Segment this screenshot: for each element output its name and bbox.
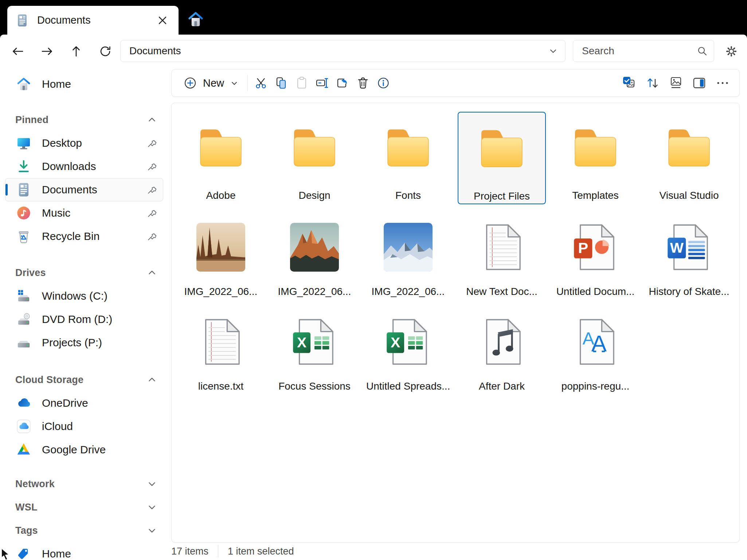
forward-button[interactable]: [36, 41, 58, 62]
file-img-2022-06-[interactable]: IMG_2022_06...: [364, 217, 452, 304]
file-license-txt[interactable]: license.txt: [177, 311, 265, 399]
refresh-button[interactable]: [95, 41, 116, 62]
sort-button[interactable]: [641, 73, 664, 93]
sidebar-item-desktop[interactable]: Desktop: [5, 131, 163, 155]
section-header-wsl[interactable]: WSL: [5, 496, 163, 519]
file-label: IMG_2022_06...: [278, 286, 351, 297]
google-drive-icon: [16, 442, 32, 458]
more-button[interactable]: [711, 73, 734, 93]
file-untitled-spreads-[interactable]: XUntitled Spreads...: [364, 311, 452, 399]
file-img-2022-06-[interactable]: IMG_2022_06...: [177, 217, 265, 304]
plus-icon: [183, 76, 197, 90]
sidebar-item-windows-c-[interactable]: Windows (C:): [5, 284, 163, 308]
drive-dvd-icon: [16, 311, 32, 327]
sidebar-item-google-drive[interactable]: Google Drive: [5, 438, 163, 461]
chevron-down-icon[interactable]: [147, 502, 157, 512]
sidebar-item-onedrive[interactable]: OneDrive: [5, 391, 163, 415]
file-visual-studio[interactable]: Visual Studio: [645, 112, 733, 204]
section-label: Network: [15, 478, 147, 490]
pin-icon[interactable]: [146, 184, 157, 195]
chevron-down-icon[interactable]: [147, 526, 157, 535]
documents-icon: [16, 182, 32, 198]
chevron-down-icon[interactable]: [549, 47, 557, 55]
file-adobe[interactable]: Adobe: [177, 112, 265, 204]
file-project-files[interactable]: Project Files: [458, 112, 546, 204]
tag-icon: [16, 546, 32, 560]
drive-windows-icon: [16, 288, 32, 304]
file-after-dark[interactable]: After Dark: [458, 311, 546, 399]
address-bar[interactable]: Documents: [120, 40, 566, 62]
image-thumbnail: [364, 218, 452, 276]
section-label: WSL: [15, 502, 147, 513]
file-templates[interactable]: Templates: [551, 112, 640, 204]
sidebar-item-dvd-rom-d-[interactable]: DVD Rom (D:): [5, 308, 163, 331]
section-header-cloud-storage[interactable]: Cloud Storage: [5, 368, 163, 391]
section-header-drives[interactable]: Drives: [5, 261, 163, 284]
chevron-up-icon[interactable]: [147, 375, 157, 384]
share-button[interactable]: [332, 73, 353, 93]
onedrive-icon: [16, 395, 32, 411]
image-thumbnail: [270, 218, 359, 276]
section-header-tags[interactable]: Tags: [5, 519, 163, 542]
view-button[interactable]: [664, 73, 688, 93]
paste-button: [292, 73, 312, 93]
search-icon: [696, 45, 708, 57]
sidebar-item-downloads[interactable]: Downloads: [5, 155, 163, 178]
sidebar-item-label: Google Drive: [42, 443, 163, 456]
file-new-text-doc-[interactable]: New Text Doc...: [458, 217, 546, 304]
file-fonts[interactable]: Fonts: [364, 112, 452, 204]
svg-text:P: P: [578, 240, 588, 256]
file-design[interactable]: Design: [270, 112, 359, 204]
file-focus-sessions[interactable]: XFocus Sessions: [270, 311, 359, 399]
section-header-network[interactable]: Network: [5, 472, 163, 496]
pin-icon[interactable]: [146, 138, 157, 149]
back-button[interactable]: [7, 41, 28, 62]
home-tab-button[interactable]: [185, 9, 206, 30]
pin-icon[interactable]: [146, 231, 157, 242]
pin-icon[interactable]: [146, 208, 157, 218]
titlebar: Documents: [0, 0, 747, 35]
selection-count: 1 item selected: [228, 546, 294, 557]
file-poppins-regu-[interactable]: AApoppins-regu...: [551, 311, 640, 399]
select-all-button[interactable]: [618, 73, 641, 93]
sidebar-item-documents[interactable]: Documents: [5, 178, 163, 201]
chevron-up-icon[interactable]: [147, 115, 157, 125]
tab-title: Documents: [37, 14, 155, 26]
file-history-of-skate-[interactable]: WHistory of Skate...: [645, 217, 733, 304]
sidebar-item-label: Desktop: [42, 137, 146, 149]
search-box[interactable]: [573, 40, 714, 62]
search-input[interactable]: [581, 45, 696, 57]
copy-button[interactable]: [271, 73, 292, 93]
chevron-up-icon[interactable]: [147, 268, 157, 277]
details-pane-button[interactable]: [688, 73, 711, 93]
files-panel: AdobeDesignFontsProject FilesTemplatesVi…: [171, 103, 740, 543]
new-button[interactable]: New: [180, 72, 242, 94]
tab-close-icon[interactable]: [155, 12, 171, 28]
sidebar-item-projects-p-[interactable]: Projects (P:): [5, 331, 163, 354]
chevron-down-icon[interactable]: [147, 479, 157, 489]
sidebar-item-home[interactable]: Home: [5, 542, 163, 560]
folder-icon: [645, 117, 733, 179]
delete-button[interactable]: [353, 73, 373, 93]
sidebar-item-label: DVD Rom (D:): [42, 313, 163, 326]
sidebar-item-recycle-bin[interactable]: Recycle Bin: [5, 225, 163, 248]
gear-icon[interactable]: [721, 41, 742, 62]
up-button[interactable]: [66, 41, 87, 62]
sidebar-item-icloud[interactable]: iCloud: [5, 415, 163, 438]
section-label: Drives: [15, 267, 147, 279]
folder-icon: [270, 117, 359, 179]
text-icon: [177, 313, 265, 371]
tab-documents[interactable]: Documents: [7, 6, 179, 35]
file-untitled-docum-[interactable]: PUntitled Docum...: [551, 217, 640, 304]
section-header-pinned[interactable]: Pinned: [5, 108, 163, 131]
file-label: After Dark: [479, 380, 525, 392]
sidebar-item-home[interactable]: Home: [5, 72, 163, 96]
info-button[interactable]: [373, 73, 394, 93]
cut-button[interactable]: [251, 73, 271, 93]
rename-button[interactable]: [312, 73, 332, 93]
sidebar-item-label: Music: [42, 207, 146, 219]
mouse-cursor: [1, 548, 12, 560]
sidebar-item-music[interactable]: Music: [5, 201, 163, 225]
file-img-2022-06-[interactable]: IMG_2022_06...: [270, 217, 359, 304]
pin-icon[interactable]: [146, 161, 157, 172]
